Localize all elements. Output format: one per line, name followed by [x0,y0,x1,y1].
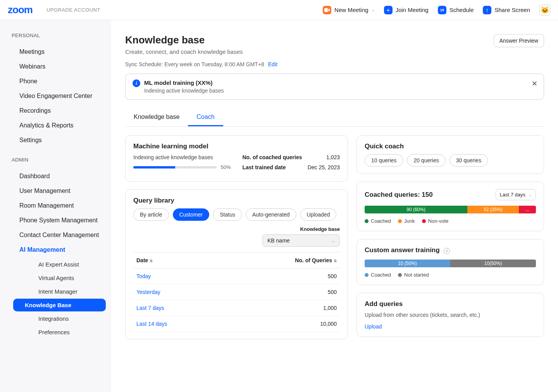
sync-schedule: Sync Schedule: Every week on Tuesday, 8:… [125,61,544,67]
progress-bar [133,166,217,168]
kb-select-label: Knowledge base [300,226,340,232]
row-date-link[interactable]: Today [136,273,151,279]
avatar[interactable]: 🐱 [539,5,550,15]
schedule-button[interactable]: 19 Schedule [438,6,474,14]
sidebar-subitem-intent-manager[interactable]: Intent Manager [13,285,106,298]
add-queries-desc: Upload from other sources (tickets, sear… [365,312,536,318]
quick-coach-20[interactable]: 20 queries [407,154,445,167]
alert-title: ML model training (XX%) [144,79,224,86]
tab-coach[interactable]: Coach [188,109,223,126]
dot-icon [398,219,402,223]
coached-stacked-bar: 90 (60%) 52 (35%) ... [365,206,536,213]
query-lib-filters: By article Customer Status Auto-generate… [133,208,340,221]
upload-link[interactable]: Upload [365,323,382,330]
info-icon[interactable]: i [444,248,450,254]
dot-icon [398,273,402,277]
seg-coached: 10 (50%) [365,260,450,267]
sidebar-item-ai-management[interactable]: AI Management [0,242,111,257]
zoom-logo: zoom [8,4,33,16]
seg-not-started: 10(50%) [450,260,536,267]
ml-status: Indexing active knowledge bases [133,154,231,160]
sidebar-subitem-integrations[interactable]: Integrations [13,312,106,325]
table-row: Last 14 days10,000 [133,316,340,332]
sidebar-subitem-knowledge-base[interactable]: Knowledge Base [13,299,106,311]
chevron-down-icon: ⌄ [372,8,375,12]
plus-icon: + [384,6,393,14]
dot-icon [365,273,369,277]
info-icon: i [133,79,140,87]
sidebar-section-personal: PERSONAL [0,29,111,45]
sidebar-subitem-preferences[interactable]: Preferences [13,326,106,339]
sidebar-subitem-virtual-agents[interactable]: Virtual Agents [13,272,106,284]
coached-queries-card: Coached queries: 150 Last 7 days ⌄ 90 (6… [356,182,544,231]
close-icon[interactable]: ✕ [532,79,537,88]
sidebar-item-analytics[interactable]: Analytics & Reports [0,118,111,133]
chevron-down-icon: ⌄ [529,193,532,197]
filter-customer[interactable]: Customer [173,208,210,221]
ml-card-title: Machine learning model [133,143,340,150]
seg-coached: 90 (60%) [365,206,467,213]
kb-select[interactable]: KB name ⌄ [262,234,340,247]
progress-pct: 50% [220,164,231,170]
sidebar-item-meetings[interactable]: Meetings [0,45,111,59]
row-date-link[interactable]: Last 14 days [136,321,167,327]
svg-rect-0 [324,8,328,12]
add-queries-card: Add queries Upload from other sources (t… [356,293,544,337]
sidebar-subitem-ai-expert[interactable]: AI Expert Assist [13,258,106,271]
filter-status[interactable]: Status [213,208,242,221]
tab-knowledge-base[interactable]: Knowledge base [125,109,188,126]
custom-stacked-bar: 10 (50%) 10(50%) [365,260,536,267]
ml-training-alert: i ML model training (XX%) Indexing activ… [125,74,544,100]
upgrade-account-link[interactable]: UPGRADE ACCOUNT [46,7,100,13]
sidebar-item-settings[interactable]: Settings [0,133,111,148]
add-queries-title: Add queries [365,300,536,308]
topbar: zoom UPGRADE ACCOUNT New Meeting ⌄ + Joi… [0,0,558,20]
ml-model-card: Machine learning model Indexing active k… [125,135,348,182]
join-meeting-button[interactable]: + Join Meeting [384,6,429,14]
range-select[interactable]: Last 7 days ⌄ [496,189,536,200]
sidebar-item-room-management[interactable]: Room Management [0,198,111,213]
topbar-right: New Meeting ⌄ + Join Meeting 19 Schedule… [323,5,550,15]
sidebar-item-phone[interactable]: Phone [0,74,111,89]
filter-by-article[interactable]: By article [133,208,169,221]
main-content: Knowledge base Create, connect, and coac… [111,20,558,392]
coached-legend: Coached Junk Non-vote [365,218,536,224]
seg-nonvote: ... [519,206,536,213]
up-arrow-icon: ↑ [483,6,491,14]
quick-coach-10[interactable]: 10 queries [365,154,403,167]
sidebar-item-recordings[interactable]: Recordings [0,103,111,118]
custom-legend: Coached Not started [365,272,536,278]
quick-coach-30[interactable]: 30 queries [450,154,488,167]
answer-preview-button[interactable]: Answer Preview [494,34,544,47]
sidebar: PERSONAL Meetings Webinars Phone Video E… [0,20,111,392]
sort-icon: ⇅ [150,259,153,263]
coached-queries-title: Coached queries: 150 [365,191,433,199]
row-date-link[interactable]: Last 7 days [136,305,164,311]
col-queries[interactable]: No. of Queries⇅ [223,253,340,268]
tabs: Knowledge base Coach [125,109,544,127]
table-row: Yesterday500 [133,284,340,300]
sidebar-item-dashboard[interactable]: Dashboard [0,169,111,184]
query-table: Date⇅ No. of Queries⇅ Today500 Yesterday… [133,252,340,332]
sidebar-item-webinars[interactable]: Webinars [0,59,111,74]
sort-icon: ⇅ [334,259,337,263]
edit-sync-link[interactable]: Edit [268,61,277,67]
sidebar-item-video-engagement[interactable]: Video Engagement Center [0,89,111,103]
new-meeting-button[interactable]: New Meeting ⌄ [323,6,375,14]
sidebar-section-admin: ADMIN [0,154,111,169]
row-date-link[interactable]: Yesterday [136,289,160,295]
chevron-down-icon: ⌄ [332,239,335,243]
page-title: Knowledge base [125,34,243,46]
table-row: Last 7 days1,000 [133,300,340,316]
dot-icon [365,219,369,223]
share-screen-button[interactable]: ↑ Share Screen [483,6,530,14]
filter-uploaded[interactable]: Uploaded [300,208,337,221]
sidebar-item-user-management[interactable]: User Management [0,184,111,198]
custom-answer-title: Custom answer training i [365,246,536,254]
col-date[interactable]: Date⇅ [133,253,223,268]
sidebar-item-phone-system[interactable]: Phone System Management [0,213,111,228]
filter-auto-generated[interactable]: Auto-generated [246,208,296,221]
quick-coach-title: Quick coach [365,143,536,150]
sidebar-item-contact-center[interactable]: Contact Center Management [0,228,111,242]
query-lib-title: Query library [133,197,340,205]
